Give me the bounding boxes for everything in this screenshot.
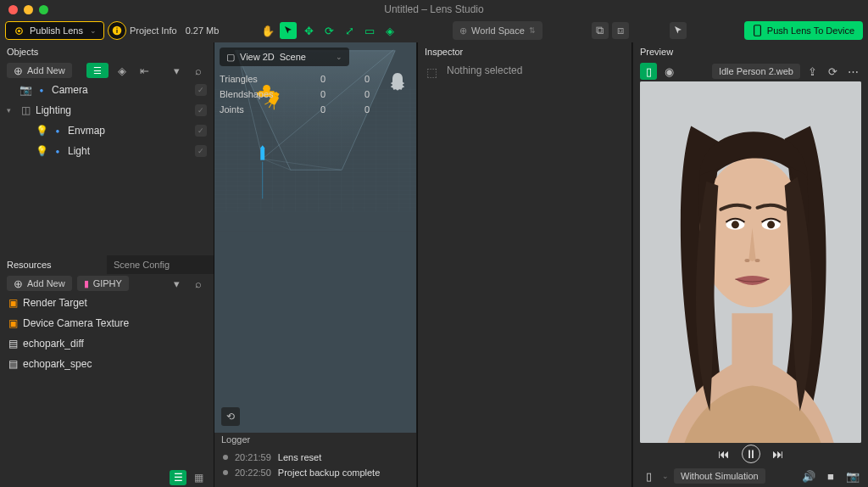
filter-icon[interactable]: ▾ bbox=[168, 62, 185, 79]
resources-tab[interactable]: Resources bbox=[0, 255, 107, 274]
preview-device-icon[interactable]: ▯ bbox=[640, 63, 657, 80]
list-view-icon[interactable]: ☰ bbox=[170, 470, 186, 485]
snapshot-icon[interactable]: 📷 bbox=[844, 467, 861, 484]
snap-toggle-icon[interactable]: ⧉ bbox=[592, 22, 609, 39]
left-sidebar: Objects ⊕Add New ☰ ◈ ⇤ ▾ ⌕ 📷● Camera ✓ ▾… bbox=[0, 42, 214, 487]
log-dot-icon bbox=[223, 470, 228, 475]
project-info-label: Project Info bbox=[130, 25, 177, 36]
transform-tool-icon[interactable]: ◈ bbox=[381, 22, 398, 39]
preview-transport: ⏮ ⏸ ⏭ bbox=[633, 443, 868, 465]
logger-line: 20:21:59 Lens reset bbox=[214, 450, 416, 465]
refresh-icon[interactable]: ⟳ bbox=[824, 63, 841, 80]
scale-tool-icon[interactable]: ⤢ bbox=[341, 22, 358, 39]
search-icon[interactable]: ⌕ bbox=[190, 62, 207, 79]
maximize-window-button[interactable] bbox=[39, 5, 48, 14]
cube-icon: ⬚ bbox=[426, 65, 440, 79]
preview-canvas[interactable] bbox=[640, 81, 861, 443]
svg-rect-3 bbox=[116, 30, 117, 33]
logger-panel: Logger 20:21:59 Lens reset 20:22:50 Proj… bbox=[214, 433, 416, 487]
collapse-icon[interactable]: ⇤ bbox=[136, 62, 153, 79]
publish-lens-label: Publish Lens bbox=[30, 25, 83, 36]
mac-titlebar: Untitled – Lens Studio bbox=[0, 0, 868, 19]
svg-point-1 bbox=[18, 29, 20, 31]
objects-header: Objects bbox=[0, 42, 214, 61]
worldspace-selector[interactable]: ⊕ World Space ⇅ bbox=[453, 21, 542, 40]
objects-title: Objects bbox=[7, 47, 207, 57]
resources-search-icon[interactable]: ⌕ bbox=[190, 275, 207, 292]
viewport[interactable]: ▢ View 2D ⌄ Triangles00 Blendshapes00 Jo… bbox=[214, 42, 416, 433]
window-title: Untitled – Lens Studio bbox=[0, 3, 868, 15]
camera-record-icon[interactable]: ■ bbox=[822, 467, 839, 484]
next-frame-button[interactable]: ⏭ bbox=[769, 445, 787, 463]
visibility-toggle[interactable]: ✓ bbox=[195, 104, 207, 116]
svg-rect-4 bbox=[116, 28, 117, 29]
svg-point-30 bbox=[767, 221, 775, 228]
publish-lens-button[interactable]: Publish Lens ⌄ bbox=[5, 21, 104, 40]
resources-filter-icon[interactable]: ▾ bbox=[168, 275, 185, 292]
share-icon[interactable]: ⇪ bbox=[804, 63, 821, 80]
resource-echopark-diff[interactable]: ▤echopark_diff bbox=[0, 333, 214, 354]
close-window-button[interactable] bbox=[8, 5, 18, 14]
main-toolbar: Publish Lens ⌄ Project Info 0.27 Mb ✋ ✥ … bbox=[0, 19, 868, 42]
snapchat-ghost-icon bbox=[387, 71, 408, 95]
select-tool-icon[interactable] bbox=[280, 22, 297, 39]
view-switcher[interactable]: ▢ View 2D ⌄ bbox=[220, 48, 349, 66]
project-size-label: 0.27 Mb bbox=[186, 25, 220, 36]
audio-icon[interactable]: 🔊 bbox=[800, 467, 817, 484]
visibility-toggle[interactable]: ✓ bbox=[195, 125, 207, 137]
pause-button[interactable]: ⏸ bbox=[742, 445, 760, 463]
center-area: ▢ View 2D ⌄ Triangles00 Blendshapes00 Jo… bbox=[214, 42, 416, 487]
layer-icon[interactable]: ◈ bbox=[114, 62, 131, 79]
preview-panel: Preview ▯ ◉ Idle Person 2.web ⇪ ⟳ ⋯ bbox=[633, 42, 868, 487]
add-object-button[interactable]: ⊕Add New bbox=[7, 63, 72, 78]
svg-point-32 bbox=[755, 259, 760, 262]
logger-line: 20:22:50 Project backup complete bbox=[214, 465, 416, 480]
giphy-button[interactable]: ▮GIPHY bbox=[77, 276, 129, 291]
more-icon[interactable]: ⋯ bbox=[844, 63, 861, 80]
device-orient-icon[interactable]: ▯ bbox=[640, 467, 657, 484]
preview-title: Preview bbox=[640, 47, 673, 57]
resources-tree[interactable]: ▣Render Target ▣Device Camera Texture ▤e… bbox=[0, 293, 214, 468]
simulation-select[interactable]: Without Simulation bbox=[674, 468, 765, 484]
push-to-device-button[interactable]: Push Lens To Device bbox=[744, 21, 863, 40]
grid-view-icon[interactable]: ▦ bbox=[190, 470, 207, 485]
tree-item-lighting[interactable]: ▾◫ Lighting ✓ bbox=[0, 100, 214, 120]
tree-item-light[interactable]: 💡● Light ✓ bbox=[0, 141, 214, 161]
project-info-button[interactable] bbox=[108, 21, 126, 40]
log-dot-icon bbox=[223, 455, 228, 460]
preview-webcam-icon[interactable]: ◉ bbox=[660, 63, 677, 80]
logger-title: Logger bbox=[214, 433, 416, 450]
viewport-orient-icon[interactable]: ⟲ bbox=[221, 407, 240, 426]
viewport-stats: Triangles00 Blendshapes00 Joints00 bbox=[220, 71, 389, 117]
move-tool-icon[interactable]: ✥ bbox=[300, 22, 317, 39]
rect-tool-icon[interactable]: ▭ bbox=[361, 22, 378, 39]
rotate-tool-icon[interactable]: ⟳ bbox=[320, 22, 337, 39]
prev-frame-button[interactable]: ⏮ bbox=[715, 445, 733, 463]
visibility-toggle[interactable]: ✓ bbox=[195, 84, 207, 96]
pan-tool-icon[interactable]: ✋ bbox=[259, 22, 276, 39]
scene-config-tab[interactable]: Scene Config bbox=[107, 255, 214, 274]
svg-point-31 bbox=[744, 259, 749, 262]
worldspace-label: World Space bbox=[471, 25, 525, 36]
objects-tree[interactable]: 📷● Camera ✓ ▾◫ Lighting ✓ 💡● Envmap ✓ 💡●… bbox=[0, 80, 214, 255]
visibility-toggle[interactable]: ✓ bbox=[195, 145, 207, 157]
tree-item-envmap[interactable]: 💡● Envmap ✓ bbox=[0, 120, 214, 141]
svg-point-29 bbox=[732, 221, 739, 228]
inspector-title: Inspector bbox=[425, 47, 625, 57]
minimize-window-button[interactable] bbox=[24, 5, 33, 14]
svg-rect-5 bbox=[754, 25, 760, 36]
hierarchy-view-icon[interactable]: ☰ bbox=[86, 63, 108, 78]
scene-field[interactable] bbox=[280, 52, 331, 62]
resource-render-target[interactable]: ▣Render Target bbox=[0, 293, 214, 313]
resources-tabs: Resources Scene Config bbox=[0, 255, 214, 274]
resource-echopark-spec[interactable]: ▤echopark_spec bbox=[0, 354, 214, 374]
cursor-mode-icon[interactable] bbox=[670, 22, 687, 39]
preview-source-select[interactable]: Idle Person 2.web bbox=[712, 64, 800, 79]
tree-item-camera[interactable]: 📷● Camera ✓ bbox=[0, 80, 214, 100]
inspector-empty: Nothing selected bbox=[447, 64, 522, 76]
svg-rect-13 bbox=[260, 148, 264, 160]
add-resource-button[interactable]: ⊕Add New bbox=[7, 276, 72, 291]
inspector-panel: Inspector ⬚ Nothing selected bbox=[417, 42, 632, 487]
snap-settings-icon[interactable]: ⧈ bbox=[612, 22, 629, 39]
resource-device-camera[interactable]: ▣Device Camera Texture bbox=[0, 313, 214, 333]
